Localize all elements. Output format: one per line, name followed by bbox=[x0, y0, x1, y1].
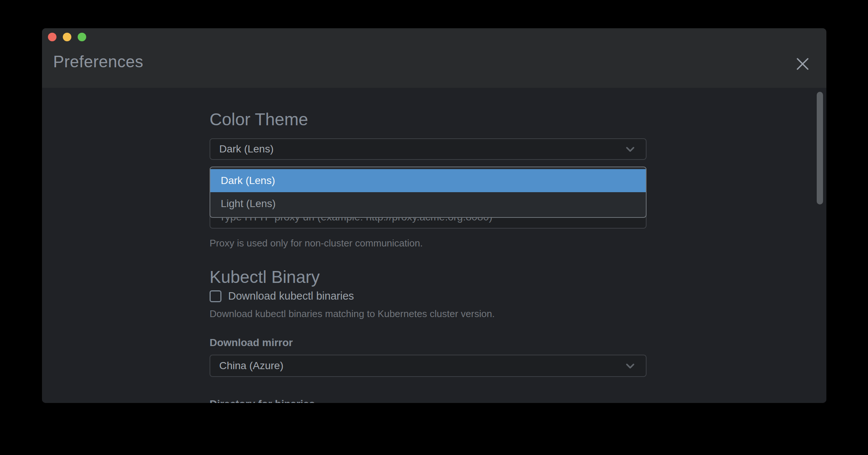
kubectl-description: Download kubectl binaries matching to Ku… bbox=[210, 308, 495, 320]
chevron-down-icon bbox=[624, 142, 637, 156]
close-traffic-light[interactable] bbox=[48, 33, 56, 41]
desktop-background: { "window": { "title": "Preferences" }, … bbox=[0, 0, 868, 455]
dropdown-option-dark[interactable]: Dark (Lens) bbox=[210, 169, 646, 192]
download-kubectl-checkbox[interactable] bbox=[210, 290, 221, 302]
preferences-window: Preferences Color Theme Dark (Lens) Dark… bbox=[42, 28, 826, 403]
close-icon bbox=[795, 57, 810, 71]
kubectl-section: Kubectl Binary bbox=[210, 267, 647, 287]
color-theme-heading: Color Theme bbox=[210, 109, 647, 129]
color-theme-select-value: Dark (Lens) bbox=[219, 143, 624, 155]
download-kubectl-checkbox-row[interactable]: Download kubectl binaries bbox=[210, 290, 354, 302]
proxy-hint-text: Proxy is used only for non-cluster commu… bbox=[210, 237, 423, 249]
download-mirror-label: Download mirror bbox=[210, 336, 293, 349]
scrollbar-thumb[interactable] bbox=[817, 92, 823, 204]
color-theme-section: Color Theme bbox=[210, 109, 647, 129]
close-button[interactable] bbox=[794, 55, 812, 73]
directory-for-binaries-label: Directory for binaries bbox=[210, 398, 315, 403]
chevron-down-icon bbox=[624, 359, 637, 372]
download-mirror-select[interactable]: China (Azure) bbox=[210, 355, 647, 377]
page-title: Preferences bbox=[53, 52, 143, 71]
kubectl-heading: Kubectl Binary bbox=[210, 267, 647, 287]
download-kubectl-checkbox-label: Download kubectl binaries bbox=[228, 290, 354, 302]
download-mirror-select-value: China (Azure) bbox=[219, 360, 624, 372]
titlebar: Preferences bbox=[42, 28, 826, 88]
maximize-traffic-light[interactable] bbox=[78, 33, 86, 41]
dropdown-option-light[interactable]: Light (Lens) bbox=[210, 192, 646, 215]
color-theme-dropdown-menu: Dark (Lens) Light (Lens) bbox=[210, 167, 647, 218]
minimize-traffic-light[interactable] bbox=[63, 33, 71, 41]
color-theme-select[interactable]: Dark (Lens) bbox=[210, 138, 647, 160]
